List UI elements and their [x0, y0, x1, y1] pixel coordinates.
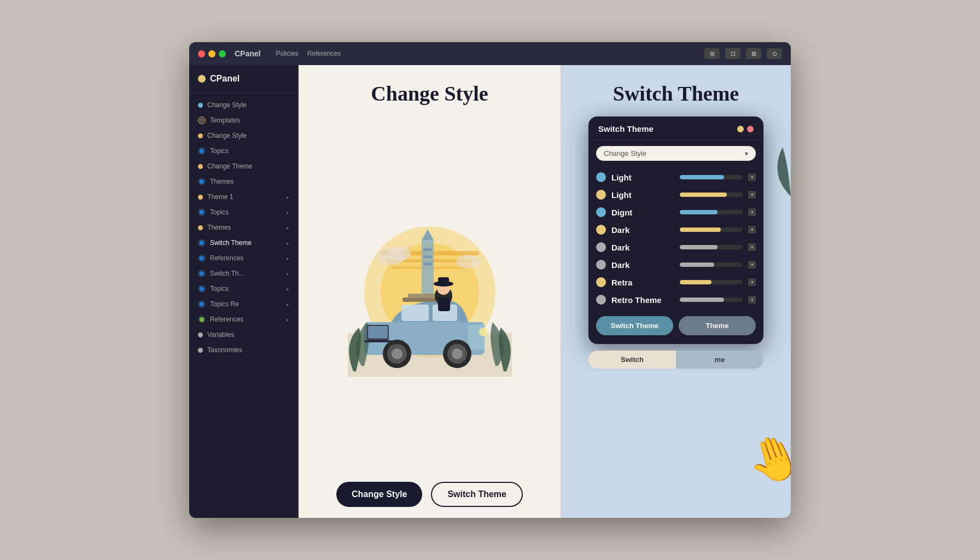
svg-point-24	[479, 328, 488, 336]
nav-item-references[interactable]: References	[307, 50, 341, 57]
maximize-button[interactable]	[219, 50, 226, 57]
sidebar-label-11: References	[210, 254, 243, 262]
theme-row-0[interactable]: Light ▾	[596, 168, 756, 186]
theme-row-7[interactable]: Retro Theme ▾	[596, 291, 756, 308]
car-scene-svg	[337, 207, 523, 382]
illustration	[337, 207, 523, 382]
sidebar-label-10: Switch Theme	[210, 239, 252, 247]
tb-icon-2[interactable]: ⊡	[725, 48, 740, 59]
theme-row-2[interactable]: Dignt ▾	[596, 203, 756, 221]
theme-bar-3	[680, 228, 721, 232]
svg-rect-33	[368, 326, 388, 339]
svg-rect-34	[364, 340, 392, 342]
theme-row-6[interactable]: Retra ▾	[596, 273, 756, 291]
theme-name-2: Dignt	[611, 208, 674, 217]
sidebar-item-topics2[interactable]: 🔵 Topics ▸	[189, 205, 298, 220]
theme-dropdown-5[interactable]: ▾	[748, 261, 756, 269]
theme-modal: Switch Theme Change Style ▾	[588, 116, 763, 344]
si-arrow-14: ▸	[287, 301, 289, 307]
main-layout: CPanel Change Style ⏱ Templates Change S…	[189, 65, 791, 518]
sidebar-item-theme1[interactable]: Theme 1 ▸	[189, 189, 298, 205]
sidebar-label-4: Topics	[210, 147, 229, 155]
modal-search[interactable]: Change Style ▾	[596, 146, 756, 161]
theme-row-4[interactable]: Dark ▾	[596, 238, 756, 256]
nav-item-policies[interactable]: Policies	[276, 50, 298, 57]
theme-bar-0	[680, 175, 724, 179]
traffic-lights	[198, 50, 226, 57]
sidebar-label-16: Variables	[207, 331, 234, 339]
modal-dot-red[interactable]	[747, 126, 754, 132]
theme-dropdown-2[interactable]: ▾	[748, 208, 756, 216]
rpb-switch-button[interactable]: Switch	[588, 351, 676, 369]
tb-icon-3[interactable]: ⊠	[746, 48, 761, 59]
theme-bar-container-1	[680, 192, 743, 197]
svg-rect-7	[423, 248, 432, 251]
sidebar-item-topics-re[interactable]: 🔵 Topics Re ▸	[189, 296, 298, 312]
modal-header: Switch Theme	[588, 116, 763, 141]
sidebar-item-change-theme[interactable]: Change Theme	[189, 159, 298, 174]
svg-rect-31	[438, 298, 450, 311]
theme-dot-5	[596, 260, 606, 270]
si-arrow-13: ▸	[287, 286, 289, 292]
sidebar: CPanel Change Style ⏱ Templates Change S…	[189, 65, 299, 518]
change-style-button[interactable]: Change Style	[336, 482, 422, 507]
si-arrow-12: ▸	[287, 271, 289, 277]
si-arrow-10: ▸	[287, 240, 289, 246]
sidebar-item-topics[interactable]: 🔵 Topics	[189, 143, 298, 159]
theme-row-5[interactable]: Dark ▾	[596, 256, 756, 273]
close-button[interactable]	[198, 50, 205, 57]
sidebar-item-themes2[interactable]: Themes ▸	[189, 220, 298, 235]
logo-dot	[198, 75, 206, 83]
sidebar-item-change-style-1[interactable]: Change Style	[189, 97, 298, 113]
modal-dot-yellow[interactable]	[737, 126, 744, 132]
sidebar-item-themes[interactable]: 🔵 Themes	[189, 174, 298, 189]
si-arrow-7: ▸	[287, 194, 289, 200]
theme-dot-0	[596, 172, 606, 182]
theme-dropdown-3[interactable]: ▾	[748, 226, 756, 234]
sidebar-item-variables[interactable]: Variables	[189, 327, 298, 342]
theme-dot-4	[596, 242, 606, 252]
theme-dot-7	[596, 295, 606, 305]
si-dot-17	[198, 348, 203, 353]
tb-icon-1[interactable]: ⊞	[704, 48, 720, 59]
tb-icon-4[interactable]: ⊙	[767, 48, 782, 59]
modal-search-dropdown-icon[interactable]: ▾	[745, 150, 748, 158]
modal-header-dots	[737, 126, 754, 132]
si-icon-12: 🔵	[198, 270, 206, 277]
theme-dropdown-0[interactable]: ▾	[748, 173, 756, 181]
switch-theme-button-left[interactable]: Switch Theme	[431, 482, 523, 507]
left-panel-buttons: Change Style Switch Theme	[336, 482, 523, 507]
sidebar-item-switch-th[interactable]: 🔵 Switch Th... ▸	[189, 266, 298, 281]
si-icon-6: 🔵	[198, 178, 206, 185]
theme-dropdown-7[interactable]: ▾	[748, 296, 756, 304]
theme-bar-container-2	[680, 210, 743, 214]
theme-dropdown-6[interactable]: ▾	[748, 278, 756, 286]
sidebar-label-1: Change Style	[207, 101, 247, 109]
theme-name-0: Light	[611, 173, 674, 182]
si-dot-16	[198, 332, 203, 337]
theme-dropdown-1[interactable]: ▾	[748, 191, 756, 199]
sidebar-label-12: Switch Th...	[210, 270, 244, 277]
si-arrow-15: ▸	[287, 317, 289, 323]
sidebar-label-7: Theme 1	[207, 193, 233, 201]
si-dot-7	[198, 195, 203, 200]
si-icon-4: 🔵	[198, 147, 206, 155]
sidebar-item-templates[interactable]: ⏱ Templates	[189, 113, 298, 128]
sidebar-item-references2[interactable]: 🟢 References ▸	[189, 312, 298, 327]
theme-row-3[interactable]: Dark ▾	[596, 221, 756, 238]
sidebar-item-taxonomies[interactable]: Taxonomies	[189, 342, 298, 358]
theme-bar-4	[680, 245, 718, 249]
sidebar-item-change-style-2[interactable]: Change Style	[189, 128, 298, 143]
theme-dropdown-4[interactable]: ▾	[748, 243, 756, 251]
theme-name-1: Light	[611, 190, 674, 200]
modal-theme-button[interactable]: Theme	[679, 316, 756, 335]
sidebar-item-switch-theme[interactable]: 🔵 Switch Theme ▸	[189, 235, 298, 250]
modal-switch-theme-button[interactable]: Switch Theme	[596, 316, 673, 335]
sidebar-item-references[interactable]: 🔵 References ▸	[189, 250, 298, 266]
sidebar-item-topics3[interactable]: 🔵 Topics ▸	[189, 281, 298, 296]
svg-point-12	[456, 255, 480, 269]
theme-row-1[interactable]: Light ▾	[596, 186, 756, 203]
si-dot-1	[198, 103, 203, 108]
minimize-button[interactable]	[208, 50, 215, 57]
rpb-me-button[interactable]: me	[676, 351, 763, 369]
